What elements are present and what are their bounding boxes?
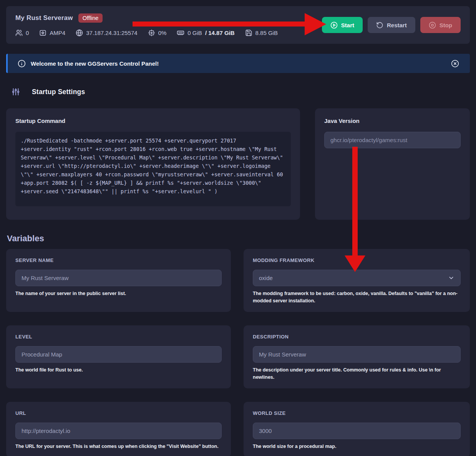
variable-level: LEVEL The world file for Rust to use.	[6, 325, 231, 388]
stat-address: 37.187.24.31:25574	[76, 29, 137, 36]
variable-label: DESCRIPTION	[253, 334, 461, 340]
startup-command-card: Startup Command ./RustDedicated -batchmo…	[6, 108, 300, 220]
memory-icon	[177, 29, 184, 36]
restart-button-label: Restart	[387, 22, 407, 28]
power-buttons: Start Restart Stop	[322, 17, 461, 33]
variable-help: The world file for Rust to use.	[15, 366, 222, 374]
url-input[interactable]	[15, 423, 222, 439]
variable-label: URL	[15, 410, 222, 416]
startup-command-value[interactable]: ./RustDedicated -batchmode +server.port …	[15, 132, 291, 206]
globe-icon	[76, 29, 83, 36]
annotation-arrow-to-modding-select	[352, 147, 358, 255]
server-name-input[interactable]	[15, 270, 222, 286]
modding-framework-select[interactable]: oxide	[253, 270, 461, 286]
status-badge: Offline	[78, 13, 103, 23]
startup-command-title: Startup Command	[15, 118, 291, 124]
chip-icon	[39, 29, 46, 36]
stop-button[interactable]: Stop	[420, 17, 461, 33]
java-version-input[interactable]	[324, 132, 461, 148]
start-button[interactable]: Start	[322, 17, 363, 33]
annotation-arrow-to-start-button	[133, 22, 305, 27]
start-button-label: Start	[341, 22, 354, 28]
cpu-usage: 0%	[158, 30, 167, 36]
description-input[interactable]	[253, 346, 461, 363]
server-control-page: My Rust Serveraw Offline 0 AMP4 37.187.2…	[0, 0, 476, 456]
banner-message: Welcome to the new GGServers Control Pan…	[31, 60, 446, 67]
sliders-icon	[12, 88, 20, 96]
stat-cpu: 0%	[148, 29, 167, 36]
selected-option: oxide	[259, 275, 273, 281]
variable-help: The modding framework to be used: carbon…	[253, 290, 461, 305]
variable-help: The name of your server in the public se…	[15, 290, 222, 297]
java-version-title: Java Version	[324, 118, 461, 124]
level-input[interactable]	[15, 346, 222, 363]
variable-help: The world size for a procedural map.	[253, 443, 461, 450]
info-icon	[18, 60, 26, 68]
play-circle-icon	[330, 22, 338, 29]
cpu-icon	[148, 29, 155, 36]
server-address: 37.187.24.31:25574	[86, 30, 137, 36]
players-count: 0	[26, 30, 29, 36]
variable-label: SERVER NAME	[15, 257, 222, 263]
stop-button-label: Stop	[440, 22, 452, 28]
banner-close-button[interactable]	[451, 60, 459, 68]
users-icon	[15, 29, 23, 36]
variable-url: URL The URL for your server. This is wha…	[6, 402, 231, 456]
annotation-arrowhead-to-modding-select	[345, 255, 365, 272]
stat-players: 0	[15, 29, 29, 36]
variable-help: The URL for your server. This is what co…	[15, 443, 222, 450]
world-size-input[interactable]	[253, 423, 461, 439]
stat-memory: 0 GiB / 14.87 GiB	[177, 29, 234, 36]
server-stats: 0 AMP4 37.187.24.31:25574 0% 0 GiB	[15, 29, 278, 36]
startup-settings-heading: Startup Settings	[12, 87, 470, 97]
stat-disk: 8.85 GiB	[245, 29, 278, 36]
stat-node: AMP4	[39, 29, 65, 36]
welcome-banner: Welcome to the new GGServers Control Pan…	[6, 54, 470, 73]
variable-description: DESCRIPTION The description under your s…	[244, 325, 470, 388]
variable-server-name: SERVER NAME The name of your server in t…	[6, 249, 231, 312]
variables-grid: SERVER NAME The name of your server in t…	[6, 249, 470, 456]
variable-world-size: WORLD SIZE The world size for a procedur…	[244, 402, 470, 456]
variable-help: The description under your server title.…	[253, 366, 461, 381]
stop-circle-icon	[429, 22, 436, 29]
memory-used: 0 GiB	[187, 30, 202, 36]
chevron-down-icon	[448, 275, 454, 281]
restart-button[interactable]: Restart	[368, 17, 415, 33]
circle-x-icon	[451, 60, 459, 68]
node-label: AMP4	[50, 30, 65, 36]
annotation-arrowhead-to-start-button	[305, 13, 326, 35]
save-icon	[245, 29, 252, 36]
server-title: My Rust Serveraw	[15, 14, 73, 22]
startup-grid: Startup Command ./RustDedicated -batchmo…	[6, 108, 470, 220]
restart-icon	[376, 22, 383, 29]
memory-total: / 14.87 GiB	[205, 30, 235, 36]
disk-usage: 8.85 GiB	[255, 30, 278, 36]
variable-label: WORLD SIZE	[253, 410, 461, 416]
java-version-card: Java Version	[315, 108, 470, 220]
variables-title: Variables	[7, 234, 470, 244]
startup-settings-title: Startup Settings	[32, 88, 85, 96]
variable-label: LEVEL	[15, 334, 222, 340]
